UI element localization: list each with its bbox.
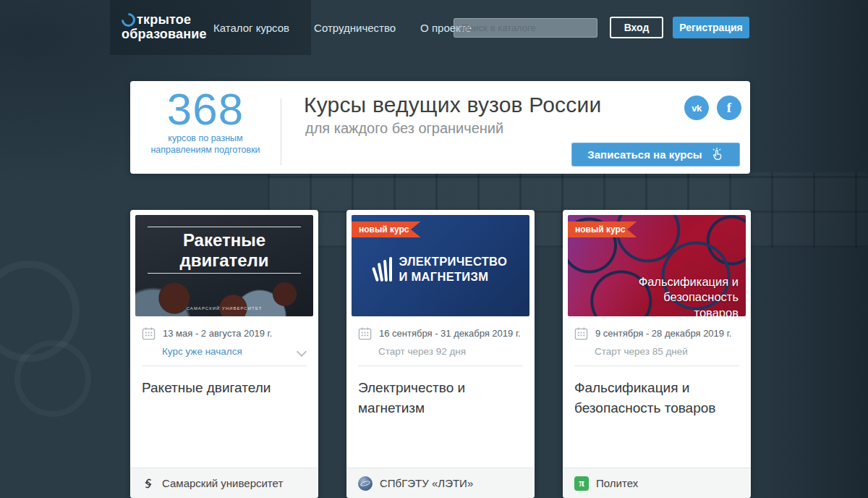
calendar-icon: [358, 326, 372, 340]
course-dates: 16 сентября - 31 декабря 2019 г.: [379, 326, 521, 339]
course-card[interactable]: Ракетные двигатели САМАРСКИЙ УНИВЕРСИТЕТ…: [130, 210, 318, 498]
course-title[interactable]: Ракетные двигатели: [142, 378, 307, 398]
course-dates: 9 сентября - 28 декабря 2019 г.: [595, 326, 731, 339]
click-hand-icon: [710, 148, 724, 162]
logo-line1: ткрытое: [137, 12, 191, 27]
course-card[interactable]: новый курс ЭЛЕКТРИЧЕСТВО И МАГНЕТИЗМ 16 …: [346, 210, 535, 498]
university-row[interactable]: СПбГЭТУ «ЛЭТИ»: [346, 468, 535, 498]
field-lines-logo-icon: [374, 257, 392, 282]
calendar-icon: [142, 326, 156, 340]
university-row[interactable]: π Политех: [563, 468, 751, 498]
course-info: 9 сентября - 28 декабря 2019 г. Старт че…: [563, 316, 751, 418]
vk-glyph: vk: [692, 103, 701, 114]
divider: [358, 366, 523, 366]
divider: [574, 366, 739, 366]
enroll-button[interactable]: Записаться на курсы: [571, 143, 740, 166]
course-count-caption: курсов по разным направлениям подготовки: [130, 133, 281, 156]
course-image-title: Фальсификация и безопасность товаров: [623, 274, 739, 316]
background-ring-decoration: [14, 340, 91, 417]
search-box[interactable]: [454, 18, 597, 38]
course-title[interactable]: Электричество и магнетизм: [358, 378, 523, 418]
course-status: Старт через 92 дня: [378, 346, 523, 357]
nav-cooperation[interactable]: Сотрудничество: [314, 22, 396, 34]
university-name: Политех: [596, 477, 638, 489]
hero-title: Курсы ведущих вузов России: [304, 93, 601, 117]
hero-subtitle: для каждого без ограничений: [305, 120, 503, 137]
course-title[interactable]: Фальсификация и безопасность товаров: [574, 378, 739, 418]
site-logo[interactable]: ткрытое образование: [122, 12, 207, 41]
new-course-badge: новый курс: [352, 221, 420, 237]
course-image[interactable]: новый курс ЭЛЕКТРИЧЕСТВО И МАГНЕТИЗМ: [352, 215, 529, 316]
course-image-caption: САМАРСКИЙ УНИВЕРСИТЕТ: [135, 306, 313, 311]
course-card[interactable]: новый курс Фальсификация и безопасность …: [563, 210, 751, 498]
facebook-icon[interactable]: f: [717, 96, 741, 120]
course-status: Старт через 85 дней: [595, 346, 739, 357]
university-name: СПбГЭТУ «ЛЭТИ»: [380, 477, 473, 489]
university-name: Самарский университет: [162, 477, 283, 489]
leti-university-logo-icon: [358, 476, 373, 491]
login-button[interactable]: Вход: [610, 17, 663, 38]
course-count-number: 368: [130, 87, 281, 132]
divider: [142, 366, 307, 366]
facebook-glyph: f: [727, 100, 731, 116]
nav-catalog[interactable]: Каталог курсов: [213, 22, 289, 34]
course-image-title: Ракетные двигатели: [148, 227, 301, 274]
logo-line2: образование: [122, 27, 207, 41]
divider: [281, 98, 281, 165]
register-button[interactable]: Регистрация: [673, 17, 749, 38]
search-input[interactable]: [460, 22, 590, 34]
enroll-button-label: Записаться на курсы: [587, 148, 702, 161]
chevron-down-icon[interactable]: [297, 346, 307, 356]
calendar-icon: [574, 326, 588, 340]
new-course-badge: новый курс: [568, 221, 637, 237]
search-icon[interactable]: [590, 22, 591, 33]
course-info: 13 мая - 2 августа 2019 г. Курс уже нача…: [130, 316, 318, 398]
university-row[interactable]: Самарский университет: [130, 468, 318, 498]
course-status-link[interactable]: Курс уже начался: [162, 346, 242, 357]
course-info: 16 сентября - 31 декабря 2019 г. Старт ч…: [346, 316, 535, 418]
samara-university-logo-icon: [142, 477, 155, 490]
hero-panel: 368 курсов по разным направлениям подгот…: [130, 81, 750, 174]
header: ткрытое образование Каталог курсов Сотру…: [0, 0, 868, 55]
course-image[interactable]: новый курс Фальсификация и безопасность …: [568, 215, 746, 316]
course-dates: 13 мая - 2 августа 2019 г.: [163, 326, 272, 339]
course-image-title: ЭЛЕКТРИЧЕСТВО И МАГНЕТИЗМ: [399, 254, 508, 284]
vk-icon[interactable]: vk: [684, 96, 709, 120]
polytech-logo-icon: π: [574, 476, 589, 491]
course-counter: 368 курсов по разным направлениям подгот…: [130, 87, 281, 156]
course-image[interactable]: Ракетные двигатели САМАРСКИЙ УНИВЕРСИТЕТ: [135, 215, 313, 316]
main-nav: Каталог курсов Сотрудничество О проекте: [213, 0, 472, 55]
